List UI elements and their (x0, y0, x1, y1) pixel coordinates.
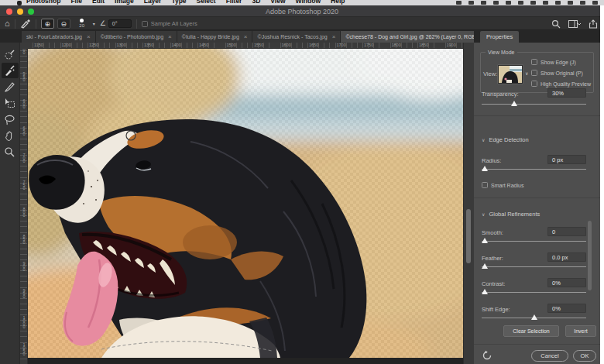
home-icon[interactable]: ⌂ (5, 17, 10, 30)
transparency-label: Transparency: (482, 91, 519, 98)
ruler-tick-label: 650 (22, 125, 26, 135)
radius-slider-thumb[interactable] (482, 166, 488, 171)
checkbox[interactable] (531, 59, 537, 65)
refinement-slider-thumb[interactable] (482, 289, 488, 294)
menu-item[interactable]: 3D (252, 0, 260, 5)
checkbox-label: High Quality Preview (541, 81, 591, 87)
invert-button[interactable]: Invert (565, 325, 596, 337)
menu-item[interactable]: Edit (92, 0, 105, 5)
lasso-tool[interactable] (2, 112, 19, 127)
document-tab-label: ski - FourLabradors.jpg (26, 34, 82, 39)
view-mode-label: View Mode (486, 50, 517, 55)
document-tab[interactable]: ©Iulia - Happy Bride.jpg × (177, 31, 252, 43)
menu-item[interactable]: Filter (226, 0, 242, 5)
quick-selection-tool[interactable] (2, 46, 19, 62)
radius-value-field[interactable]: 0 px (547, 155, 586, 164)
edge-detection-header[interactable]: ∨Edge Detection (482, 136, 529, 143)
transparency-value-field[interactable]: 30% (547, 88, 586, 98)
view-option-row[interactable]: Show Original (P) (531, 70, 583, 76)
checkbox[interactable] (531, 81, 537, 87)
workspace-switcher-icon[interactable] (568, 19, 581, 29)
menu-item[interactable]: View (270, 0, 285, 5)
subtract-from-selection-button[interactable]: ⊖ (57, 19, 70, 29)
panel-scrollbar[interactable] (588, 221, 592, 290)
brush-size-dropdown-caret[interactable]: ▾ (93, 21, 95, 26)
view-option-row[interactable]: Show Edge (J) (531, 59, 576, 65)
properties-panel: Properties View Mode View: ∨ Show Edge (… (474, 30, 600, 364)
ruler-tick-label: 550 (22, 71, 26, 81)
refinement-value-field[interactable]: 0% (547, 304, 586, 313)
refinement-slider-thumb[interactable] (482, 263, 488, 269)
refinement-slider[interactable] (482, 292, 586, 293)
menu-item[interactable]: Help (331, 0, 345, 5)
document-tab[interactable]: ski - FourLabradors.jpg × (22, 31, 95, 43)
view-mode-thumbnail[interactable] (497, 64, 523, 84)
share-icon[interactable] (589, 19, 598, 29)
tab-close-icon[interactable]: × (87, 33, 91, 40)
tab-close-icon[interactable]: × (332, 33, 336, 40)
object-selection-tool[interactable] (2, 95, 19, 111)
document-tab[interactable]: ©cheese78 - Dog and Girl.jpg @ 262% (Lay… (341, 31, 491, 43)
ruler-tick-label: 1400 (172, 43, 181, 47)
refine-edge-brush-tool[interactable] (2, 63, 19, 78)
menu-item[interactable]: Layer (144, 0, 162, 5)
reset-icon[interactable] (482, 350, 492, 361)
properties-panel-tab[interactable]: Properties (480, 31, 519, 43)
ruler-tick-label: 1900 (447, 43, 456, 47)
ruler-tick-label: 1850 (419, 43, 428, 47)
document-tab[interactable]: ©dtiberio - Photobomb.jpg × (96, 31, 177, 43)
brush-tool[interactable] (2, 79, 19, 94)
sample-all-layers-checkbox[interactable] (142, 21, 148, 27)
ruler-tick-label: 1000 (22, 315, 26, 328)
menu-item[interactable]: Image (115, 0, 134, 5)
tab-close-icon[interactable]: × (168, 33, 172, 40)
add-to-selection-button[interactable]: ⊕ (41, 19, 54, 29)
refinement-slider-thumb[interactable] (482, 238, 488, 243)
smart-radius-row[interactable]: Smart Radius (482, 182, 523, 188)
ruler-tick-label: 800 (22, 207, 26, 216)
canvas-right-gutter (463, 43, 474, 364)
refinement-slider[interactable] (482, 266, 586, 267)
canvas-scrollbar[interactable] (466, 209, 471, 263)
brush-tip-preview (80, 19, 84, 22)
global-refinements-header[interactable]: ∨Global Refinements (482, 211, 540, 218)
transparency-slider[interactable] (482, 104, 586, 105)
menu-item[interactable]: Select (197, 0, 216, 5)
menu-item[interactable]: Type (171, 0, 186, 5)
refinement-slider-thumb[interactable] (531, 314, 537, 320)
radius-slider[interactable] (482, 169, 586, 170)
refinement-slider[interactable] (482, 318, 586, 318)
ruler-tick-label: 1700 (337, 43, 346, 47)
smart-radius-checkbox[interactable] (482, 182, 488, 188)
refinement-slider[interactable] (482, 241, 586, 242)
image-canvas[interactable] (28, 49, 463, 358)
clear-selection-button[interactable]: Clear Selection (503, 325, 559, 337)
search-icon[interactable] (551, 19, 561, 29)
view-dropdown-caret-icon[interactable]: ∨ (525, 70, 528, 76)
ruler-tick-label: 1350 (144, 43, 153, 47)
zoom-tool[interactable] (2, 144, 19, 160)
brush-angle-field[interactable]: 0° (108, 19, 132, 28)
ruler-tick-label: 1650 (309, 43, 318, 47)
ok-button[interactable]: OK (573, 350, 596, 362)
menu-item[interactable]: Photoshop (26, 0, 60, 5)
refinement-value-field[interactable]: 0.0 px (547, 252, 586, 262)
refinement-label: Smooth: (482, 229, 503, 236)
document-tab[interactable]: ©Joshua Resnick - Tacos.jpg × (252, 31, 340, 43)
hand-tool[interactable] (2, 128, 19, 143)
ruler-tick-label: 900 (22, 261, 26, 270)
view-option-row[interactable]: High Quality Preview (531, 81, 591, 87)
menu-item[interactable]: File (70, 0, 82, 5)
refinement-value-field[interactable]: 0 (547, 227, 586, 236)
ruler-tick-label: 1500 (227, 43, 236, 47)
checkbox-label: Show Original (P) (541, 70, 583, 76)
checkbox[interactable] (531, 70, 537, 76)
tab-close-icon[interactable]: × (244, 33, 248, 40)
canvas-bottom-strip (28, 358, 463, 364)
transparency-slider-thumb[interactable] (511, 101, 517, 106)
refinement-value-field[interactable]: 0% (547, 278, 586, 287)
cancel-button[interactable]: Cancel (531, 350, 568, 362)
menu-item[interactable]: Window (296, 0, 321, 5)
brush-size-picker[interactable]: 20 (75, 18, 89, 30)
refine-brush-preset-icon[interactable] (20, 19, 31, 29)
